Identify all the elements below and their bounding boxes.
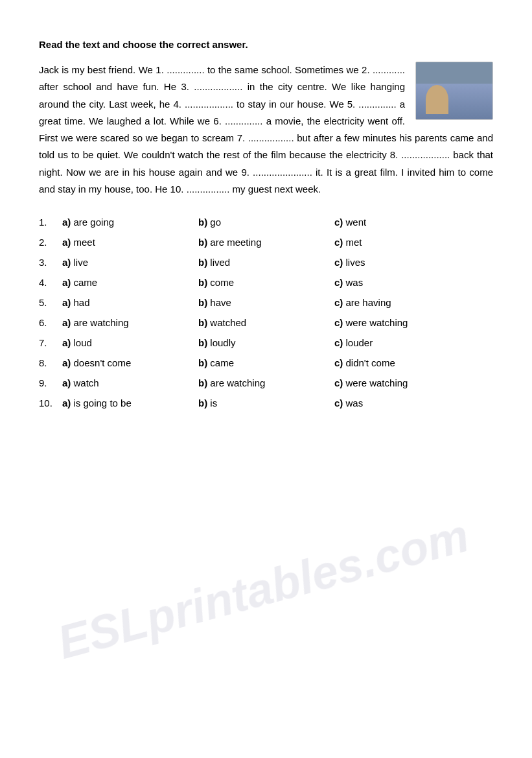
- svg-line-8: [455, 101, 465, 102]
- answer-a: a) watch: [62, 374, 198, 392]
- answer-row: 5. a) had b) have c) are having: [39, 294, 493, 311]
- svg-point-4: [436, 89, 448, 101]
- answer-a: a) meet: [62, 233, 198, 251]
- answer-number: 8.: [39, 354, 62, 372]
- answer-number: 6.: [39, 314, 62, 331]
- answer-c: c) was: [334, 274, 493, 291]
- answer-a: a) live: [62, 254, 198, 271]
- answer-number: 1.: [39, 213, 62, 231]
- answer-number: 7.: [39, 334, 62, 351]
- passage-block: Jack is my best friend. We 1. ..........…: [39, 62, 493, 198]
- answer-row: 9. a) watch b) are watching c) were watc…: [39, 374, 493, 392]
- answer-b: b) go: [198, 213, 334, 231]
- answers-section: 1. a) are going b) go c) went 2. a) meet…: [39, 213, 493, 412]
- photo: [415, 62, 493, 120]
- answer-row: 6. a) are watching b) watched c) were wa…: [39, 314, 493, 331]
- answer-c: c) are having: [334, 294, 493, 311]
- answer-a: a) had: [62, 294, 198, 311]
- answer-c: c) met: [334, 233, 493, 251]
- answer-b: b) loudly: [198, 334, 334, 351]
- svg-point-6: [459, 89, 470, 101]
- svg-rect-1: [416, 95, 493, 120]
- answer-row: 4. a) came b) come c) was: [39, 274, 493, 291]
- answer-b: b) come: [198, 274, 334, 291]
- answer-a: a) are going: [62, 213, 198, 231]
- answer-c: c) were watching: [334, 314, 493, 331]
- answer-a: a) came: [62, 274, 198, 291]
- answer-c: c) went: [334, 213, 493, 231]
- answer-b: b) are watching: [198, 374, 334, 392]
- answer-a: a) are watching: [62, 314, 198, 331]
- answer-number: 4.: [39, 274, 62, 291]
- svg-point-5: [454, 99, 475, 114]
- svg-rect-2: [419, 89, 491, 97]
- answer-c: c) louder: [334, 334, 493, 351]
- answer-c: c) was: [334, 394, 493, 412]
- answer-row: 10. a) is going to be b) is c) was: [39, 394, 493, 412]
- answer-row: 7. a) loud b) loudly c) louder: [39, 334, 493, 351]
- svg-point-3: [432, 99, 452, 114]
- answer-b: b) came: [198, 354, 334, 372]
- watermark: ESLprintables.com: [52, 508, 474, 669]
- answer-row: 8. a) doesn't come b) came c) didn't com…: [39, 354, 493, 372]
- answer-a: a) is going to be: [62, 394, 198, 412]
- answer-b: b) have: [198, 294, 334, 311]
- answer-row: 3. a) live b) lived c) lives: [39, 254, 493, 271]
- answer-c: c) lives: [334, 254, 493, 271]
- answer-a: a) doesn't come: [62, 354, 198, 372]
- answer-a: a) loud: [62, 334, 198, 351]
- answer-b: b) watched: [198, 314, 334, 331]
- answer-number: 2.: [39, 233, 62, 251]
- answer-b: b) are meeting: [198, 233, 334, 251]
- page-title: Read the text and choose the correct ans…: [39, 39, 493, 50]
- answer-b: b) is: [198, 394, 334, 412]
- answer-number: 9.: [39, 374, 62, 392]
- answer-c: c) didn't come: [334, 354, 493, 372]
- answer-number: 3.: [39, 254, 62, 271]
- answer-number: 5.: [39, 294, 62, 311]
- answer-b: b) lived: [198, 254, 334, 271]
- answer-c: c) were watching: [334, 374, 493, 392]
- answer-row: 1. a) are going b) go c) went: [39, 213, 493, 231]
- svg-line-7: [442, 101, 452, 102]
- answer-row: 2. a) meet b) are meeting c) met: [39, 233, 493, 251]
- svg-rect-0: [416, 62, 493, 120]
- answer-number: 10.: [39, 394, 62, 412]
